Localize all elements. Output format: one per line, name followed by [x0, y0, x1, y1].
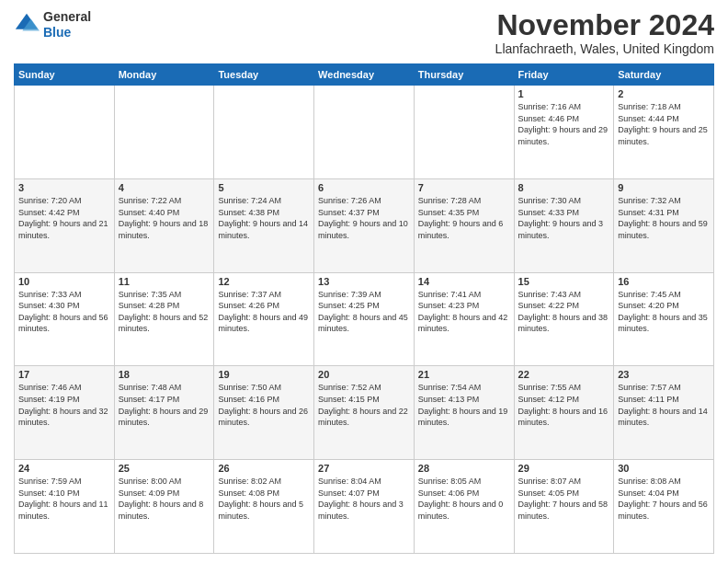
day-info: Sunrise: 7:33 AM Sunset: 4:30 PM Dayligh… [18, 289, 110, 335]
day-number: 18 [119, 369, 210, 380]
day-info: Sunrise: 7:45 AM Sunset: 4:20 PM Dayligh… [618, 289, 710, 335]
day-number: 25 [119, 463, 210, 474]
calendar-cell: 3Sunrise: 7:20 AM Sunset: 4:42 PM Daylig… [15, 178, 115, 272]
day-number: 8 [518, 182, 610, 193]
page-header: General Blue November 2024 Llanfachraeth… [14, 9, 714, 56]
calendar-cell: 12Sunrise: 7:37 AM Sunset: 4:26 PM Dayli… [214, 272, 314, 366]
calendar-cell: 4Sunrise: 7:22 AM Sunset: 4:40 PM Daylig… [114, 178, 214, 272]
location: Llanfachraeth, Wales, United Kingdom [495, 41, 714, 56]
calendar-cell: 15Sunrise: 7:43 AM Sunset: 4:22 PM Dayli… [514, 272, 614, 366]
day-number: 20 [318, 369, 410, 380]
calendar-cell [114, 86, 214, 179]
month-title: November 2024 [495, 9, 714, 41]
day-info: Sunrise: 7:20 AM Sunset: 4:42 PM Dayligh… [18, 195, 110, 241]
day-info: Sunrise: 7:55 AM Sunset: 4:12 PM Dayligh… [518, 382, 610, 428]
day-number: 24 [18, 463, 110, 474]
day-info: Sunrise: 8:02 AM Sunset: 4:08 PM Dayligh… [218, 476, 310, 522]
calendar-cell: 25Sunrise: 8:00 AM Sunset: 4:09 PM Dayli… [114, 460, 214, 554]
day-number: 5 [218, 182, 310, 193]
calendar-day-header: Saturday [614, 64, 714, 86]
calendar-cell: 30Sunrise: 8:08 AM Sunset: 4:04 PM Dayli… [614, 460, 714, 554]
day-info: Sunrise: 7:18 AM Sunset: 4:44 PM Dayligh… [618, 101, 710, 147]
day-number: 11 [119, 276, 210, 287]
calendar-day-header: Sunday [15, 64, 115, 86]
day-number: 23 [618, 369, 710, 380]
day-number: 9 [618, 182, 710, 193]
logo-text: General Blue [43, 9, 91, 40]
day-info: Sunrise: 7:26 AM Sunset: 4:37 PM Dayligh… [318, 195, 410, 241]
calendar-day-header: Thursday [414, 64, 514, 86]
day-number: 28 [418, 463, 510, 474]
day-info: Sunrise: 7:52 AM Sunset: 4:15 PM Dayligh… [318, 382, 410, 428]
calendar-week-row: 17Sunrise: 7:46 AM Sunset: 4:19 PM Dayli… [15, 366, 714, 460]
calendar-cell: 17Sunrise: 7:46 AM Sunset: 4:19 PM Dayli… [15, 366, 115, 460]
calendar-cell: 1Sunrise: 7:16 AM Sunset: 4:46 PM Daylig… [514, 86, 614, 179]
calendar-cell [214, 86, 314, 179]
calendar-day-header: Friday [514, 64, 614, 86]
day-number: 21 [418, 369, 510, 380]
title-block: November 2024 Llanfachraeth, Wales, Unit… [495, 9, 714, 56]
day-info: Sunrise: 7:32 AM Sunset: 4:31 PM Dayligh… [618, 195, 710, 241]
calendar-cell: 20Sunrise: 7:52 AM Sunset: 4:15 PM Dayli… [314, 366, 415, 460]
day-info: Sunrise: 7:57 AM Sunset: 4:11 PM Dayligh… [618, 382, 710, 428]
day-number: 29 [518, 463, 610, 474]
calendar-cell: 5Sunrise: 7:24 AM Sunset: 4:38 PM Daylig… [214, 178, 314, 272]
day-info: Sunrise: 7:48 AM Sunset: 4:17 PM Dayligh… [119, 382, 210, 428]
calendar-cell: 26Sunrise: 8:02 AM Sunset: 4:08 PM Dayli… [214, 460, 314, 554]
calendar-body: 1Sunrise: 7:16 AM Sunset: 4:46 PM Daylig… [15, 86, 714, 554]
calendar-cell: 9Sunrise: 7:32 AM Sunset: 4:31 PM Daylig… [614, 178, 714, 272]
calendar-header-row: SundayMondayTuesdayWednesdayThursdayFrid… [15, 64, 714, 86]
day-info: Sunrise: 8:04 AM Sunset: 4:07 PM Dayligh… [318, 476, 410, 522]
day-number: 13 [318, 276, 410, 287]
calendar-cell: 18Sunrise: 7:48 AM Sunset: 4:17 PM Dayli… [114, 366, 214, 460]
calendar-cell: 27Sunrise: 8:04 AM Sunset: 4:07 PM Dayli… [314, 460, 415, 554]
day-number: 14 [418, 276, 510, 287]
day-info: Sunrise: 7:16 AM Sunset: 4:46 PM Dayligh… [518, 101, 610, 147]
day-info: Sunrise: 7:43 AM Sunset: 4:22 PM Dayligh… [518, 289, 610, 335]
calendar-cell: 16Sunrise: 7:45 AM Sunset: 4:20 PM Dayli… [614, 272, 714, 366]
day-info: Sunrise: 7:39 AM Sunset: 4:25 PM Dayligh… [318, 289, 410, 335]
calendar-week-row: 10Sunrise: 7:33 AM Sunset: 4:30 PM Dayli… [15, 272, 714, 366]
day-number: 27 [318, 463, 410, 474]
day-info: Sunrise: 7:50 AM Sunset: 4:16 PM Dayligh… [218, 382, 310, 428]
calendar-cell: 13Sunrise: 7:39 AM Sunset: 4:25 PM Dayli… [314, 272, 415, 366]
day-number: 10 [18, 276, 110, 287]
calendar-cell: 7Sunrise: 7:28 AM Sunset: 4:35 PM Daylig… [414, 178, 514, 272]
calendar-cell: 11Sunrise: 7:35 AM Sunset: 4:28 PM Dayli… [114, 272, 214, 366]
day-number: 12 [218, 276, 310, 287]
day-info: Sunrise: 7:54 AM Sunset: 4:13 PM Dayligh… [418, 382, 510, 428]
day-info: Sunrise: 7:35 AM Sunset: 4:28 PM Dayligh… [119, 289, 210, 335]
day-info: Sunrise: 7:46 AM Sunset: 4:19 PM Dayligh… [18, 382, 110, 428]
calendar-cell: 19Sunrise: 7:50 AM Sunset: 4:16 PM Dayli… [214, 366, 314, 460]
day-number: 19 [218, 369, 310, 380]
calendar-cell: 29Sunrise: 8:07 AM Sunset: 4:05 PM Dayli… [514, 460, 614, 554]
day-number: 7 [418, 182, 510, 193]
calendar-week-row: 3Sunrise: 7:20 AM Sunset: 4:42 PM Daylig… [15, 178, 714, 272]
day-number: 2 [618, 88, 710, 99]
day-number: 16 [618, 276, 710, 287]
calendar-cell: 21Sunrise: 7:54 AM Sunset: 4:13 PM Dayli… [414, 366, 514, 460]
calendar-week-row: 24Sunrise: 7:59 AM Sunset: 4:10 PM Dayli… [15, 460, 714, 554]
day-info: Sunrise: 7:28 AM Sunset: 4:35 PM Dayligh… [418, 195, 510, 241]
logo: General Blue [14, 9, 91, 40]
calendar-day-header: Tuesday [214, 64, 314, 86]
calendar-cell: 8Sunrise: 7:30 AM Sunset: 4:33 PM Daylig… [514, 178, 614, 272]
day-number: 30 [618, 463, 710, 474]
calendar-cell: 28Sunrise: 8:05 AM Sunset: 4:06 PM Dayli… [414, 460, 514, 554]
day-number: 26 [218, 463, 310, 474]
calendar-day-header: Wednesday [314, 64, 415, 86]
day-number: 3 [18, 182, 110, 193]
day-number: 1 [518, 88, 610, 99]
day-info: Sunrise: 7:22 AM Sunset: 4:40 PM Dayligh… [119, 195, 210, 241]
calendar-table: SundayMondayTuesdayWednesdayThursdayFrid… [14, 63, 714, 554]
calendar-cell [314, 86, 415, 179]
calendar-cell: 2Sunrise: 7:18 AM Sunset: 4:44 PM Daylig… [614, 86, 714, 179]
day-info: Sunrise: 8:07 AM Sunset: 4:05 PM Dayligh… [518, 476, 610, 522]
day-number: 6 [318, 182, 410, 193]
calendar-cell [414, 86, 514, 179]
calendar-cell: 23Sunrise: 7:57 AM Sunset: 4:11 PM Dayli… [614, 366, 714, 460]
day-number: 22 [518, 369, 610, 380]
calendar-cell: 24Sunrise: 7:59 AM Sunset: 4:10 PM Dayli… [15, 460, 115, 554]
day-info: Sunrise: 7:30 AM Sunset: 4:33 PM Dayligh… [518, 195, 610, 241]
day-number: 17 [18, 369, 110, 380]
